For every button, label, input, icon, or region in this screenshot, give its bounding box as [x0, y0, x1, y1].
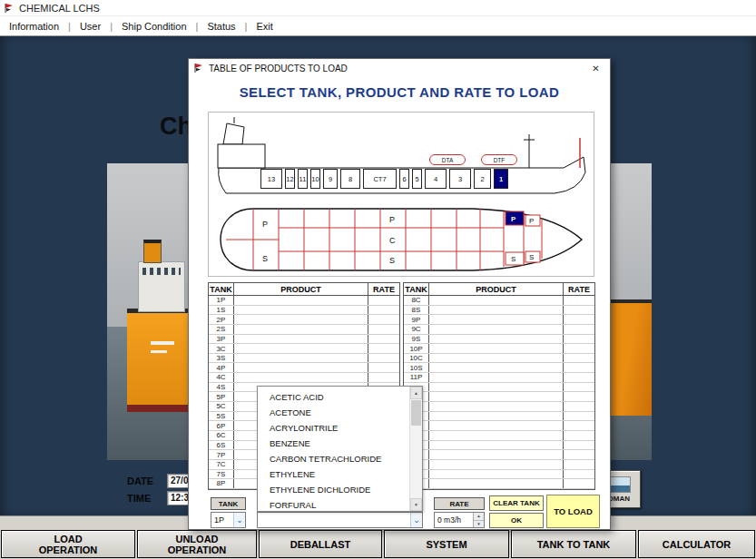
photo-ship-funnel [143, 240, 162, 263]
to-load-button[interactable]: TO LOAD [546, 495, 600, 528]
deck-tank-dta[interactable]: DTA [429, 154, 466, 165]
table-row[interactable] [404, 479, 594, 489]
rate-cell [564, 383, 594, 392]
product-option[interactable]: ACETIC ACID [258, 389, 409, 405]
button-label: TANK TO TANK [537, 539, 611, 550]
table-row[interactable] [404, 431, 594, 441]
rate-cell [564, 479, 594, 488]
product-option[interactable]: ACRYLONITRILE [258, 420, 409, 436]
menu-item-status[interactable]: Status [198, 21, 244, 32]
table-row[interactable] [404, 392, 594, 402]
profile-tank-2[interactable]: 2 [474, 169, 491, 189]
table-row[interactable]: 10C [404, 354, 594, 364]
product-cell [234, 344, 368, 353]
table-row[interactable]: 2P [209, 315, 399, 325]
toolbar-button-deballast[interactable]: DEBALLAST [259, 530, 382, 558]
time-label: TIME [127, 493, 160, 504]
spinner-up-icon[interactable]: ▲ [474, 513, 484, 521]
table-row[interactable]: 4C [209, 373, 399, 383]
rate-cell [564, 354, 594, 363]
tank-cell: 7C [209, 460, 234, 469]
toolbar-button-load-operation[interactable]: LOAD OPERATION [1, 530, 135, 558]
rate-cell [368, 335, 399, 344]
table-row[interactable]: 1P [209, 296, 399, 306]
tank-combobox[interactable]: 1P ⌄ [211, 512, 246, 528]
table-row[interactable]: 3S [209, 354, 399, 364]
scroll-thumb[interactable] [411, 400, 421, 426]
toolbar-button-system[interactable]: SYSTEM [384, 530, 509, 558]
profile-tank-5[interactable]: 5 [412, 169, 422, 189]
table-row[interactable]: 9P [404, 315, 594, 325]
table-row[interactable]: 2S [209, 325, 399, 335]
menu-item-ship-condition[interactable]: Ship Condition [113, 21, 196, 32]
table-row[interactable] [404, 421, 594, 431]
scroll-up-button[interactable]: ▲ [410, 387, 422, 399]
table-row[interactable]: 9C [404, 325, 594, 335]
tank-cell: 3P [209, 335, 234, 344]
rate-spinner[interactable]: 0 m3/h ▲ ▼ [434, 512, 485, 528]
table-row[interactable] [404, 412, 594, 422]
profile-tank-8[interactable]: 8 [340, 169, 360, 189]
product-option[interactable]: ACETONE [258, 405, 409, 420]
tank-cell: 5C [209, 402, 234, 411]
rate-cell [368, 354, 399, 363]
tank-cell: 4P [209, 363, 234, 372]
profile-tank-9[interactable]: 9 [323, 169, 338, 189]
table-row[interactable] [404, 450, 594, 460]
toolbar-button-calculator[interactable]: CALCULATOR [638, 530, 755, 558]
rate-cell [368, 325, 399, 334]
product-option[interactable]: CARBON TETRACHLORIDE [258, 451, 409, 466]
header-rate: RATE [368, 283, 399, 295]
product-list-scrollbar[interactable]: ▲ ▼ [409, 387, 422, 511]
toolbar-button-tank-to-tank[interactable]: TANK TO TANK [511, 530, 636, 558]
table-row[interactable] [404, 402, 594, 412]
rate-cell [368, 306, 399, 315]
table-row[interactable] [404, 460, 594, 470]
spinner-down-icon[interactable]: ▼ [474, 521, 484, 528]
table-row[interactable]: 8C [404, 296, 594, 306]
plan-bow-cell-label: P [511, 215, 516, 223]
profile-tank-3[interactable]: 3 [449, 169, 471, 189]
table-row[interactable]: 10P [404, 344, 594, 354]
toolbar-button-unload-operation[interactable]: UNLOAD OPERATION [137, 530, 257, 558]
table-row[interactable] [404, 441, 594, 451]
product-combobox[interactable]: ⌄ [257, 512, 423, 528]
profile-tank-ct7[interactable]: CT7 [363, 169, 397, 189]
table-row[interactable]: 9S [404, 335, 594, 345]
product-cell [429, 344, 564, 353]
deck-tank-dtf[interactable]: DTF [481, 154, 517, 165]
profile-tank-10[interactable]: 10 [310, 169, 320, 189]
product-option[interactable]: BENZENE [258, 436, 409, 451]
table-row[interactable] [404, 470, 594, 480]
table-row[interactable]: 4P [209, 363, 399, 373]
product-cell [429, 460, 564, 469]
plan-label-mid-stbd: S [389, 256, 395, 265]
product-option[interactable]: ETHYLENE [258, 466, 409, 482]
profile-tank-11[interactable]: 11 [298, 169, 308, 189]
profile-tank-4[interactable]: 4 [425, 169, 447, 189]
table-row[interactable]: 8S [404, 306, 594, 316]
profile-tank-13[interactable]: 13 [260, 169, 282, 189]
rate-label: RATE [434, 497, 485, 510]
button-label: SYSTEM [426, 539, 466, 550]
profile-tank-6[interactable]: 6 [399, 169, 409, 189]
menu-item-exit[interactable]: Exit [247, 21, 281, 32]
table-row[interactable]: 10S [404, 363, 594, 373]
product-option[interactable]: ETHYLENE DICHLORIDE [258, 482, 409, 497]
table-row[interactable]: 3P [209, 335, 399, 345]
clear-tank-button[interactable]: CLEAR TANK [489, 495, 544, 511]
profile-tank-1-selected[interactable]: 1 [494, 169, 508, 189]
profile-tank-12[interactable]: 12 [285, 169, 295, 189]
rate-cell [564, 392, 594, 401]
table-row[interactable]: 11P [404, 373, 594, 383]
menu-item-user[interactable]: User [71, 21, 110, 32]
close-button[interactable]: ✕ [589, 62, 603, 75]
ok-button[interactable]: OK [489, 513, 544, 528]
menu-item-information[interactable]: Information [0, 21, 68, 32]
scroll-down-button[interactable]: ▼ [410, 498, 422, 511]
table-row[interactable] [404, 383, 594, 393]
product-option[interactable]: FORFURAL [258, 497, 409, 511]
table-row[interactable]: 3C [209, 344, 399, 354]
table-row[interactable]: 1S [209, 306, 399, 316]
rate-cell [368, 315, 399, 324]
